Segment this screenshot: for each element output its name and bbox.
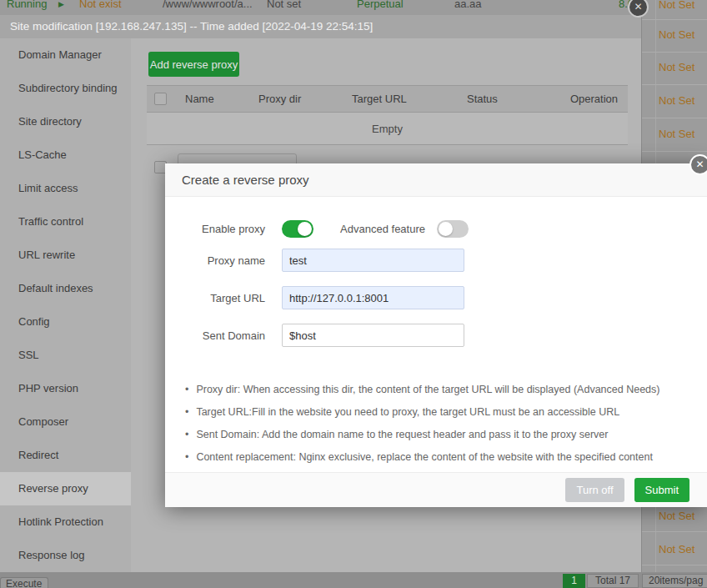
- target-url-input[interactable]: [282, 286, 464, 309]
- create-reverse-proxy-dialog: Create a reverse proxy ✕ Enable proxy Ad…: [165, 163, 707, 507]
- site-path: /www/wwwroot/a...: [163, 0, 253, 10]
- ssl-cell[interactable]: Not Set: [659, 543, 707, 555]
- toggle-knob: [439, 222, 453, 236]
- add-reverse-proxy-button[interactable]: Add reverse proxy: [148, 52, 239, 77]
- ssl-cell[interactable]: Not Set: [659, 28, 707, 41]
- sidebar-item-traffic-control[interactable]: Traffic control: [0, 205, 131, 239]
- sent-domain-label: Sent Domain: [165, 327, 265, 344]
- ssl-cell[interactable]: Not Set: [659, 94, 707, 107]
- enable-proxy-toggle[interactable]: [282, 220, 313, 238]
- backup-status: Not exist: [79, 0, 122, 10]
- dialog-title: Site modification [192.168.247.135] -- T…: [0, 15, 641, 38]
- target-url-label: Target URL: [165, 289, 265, 307]
- screen: Running ▶ Not exist /www/wwwroot/a... No…: [0, 0, 707, 588]
- sidebar-item-url-rewrite[interactable]: URL rewrite: [0, 239, 131, 272]
- submit-button[interactable]: Submit: [634, 478, 689, 502]
- site-status: Running: [7, 0, 47, 10]
- sidebar-item-php-version[interactable]: PHP version: [0, 372, 131, 405]
- sidebar-item-ls-cache[interactable]: LS-Cache: [0, 138, 131, 172]
- sidebar-item-config[interactable]: Config: [0, 305, 131, 339]
- proxy-name-input[interactable]: [282, 249, 464, 272]
- sidebar-item-ssl[interactable]: SSL: [0, 339, 131, 372]
- sidebar-item-composer[interactable]: Composer: [0, 405, 131, 439]
- ssl-cell[interactable]: Not Set: [659, 0, 707, 11]
- proxy-table: Name Proxy dir Target URL Status Operati…: [147, 85, 628, 145]
- sidebar-item-redirect[interactable]: Redirect: [0, 439, 131, 472]
- site-list-row: Running ▶ Not exist /www/wwwroot/a... No…: [0, 0, 707, 15]
- settings-sidebar: Domain Manager Subdirectory binding Site…: [0, 38, 131, 572]
- sidebar-item-subdirectory-binding[interactable]: Subdirectory binding: [0, 72, 131, 105]
- dialog-body: Enable proxy Advanced feature Proxy name…: [165, 197, 707, 472]
- sidebar-item-response-log[interactable]: Response log: [0, 539, 131, 572]
- row-divider: [642, 151, 707, 152]
- site-remark: Not set: [267, 0, 301, 10]
- turn-off-button[interactable]: Turn off: [565, 478, 624, 502]
- advanced-feature-toggle[interactable]: [437, 220, 469, 238]
- empty-row: Empty: [147, 113, 628, 145]
- sidebar-item-domain-manager[interactable]: Domain Manager: [0, 38, 131, 72]
- play-icon: ▶: [58, 0, 64, 8]
- note-target-url: Target URL:Fill in the website you need …: [185, 401, 694, 424]
- dialog-footer: Turn off Submit: [165, 472, 707, 507]
- col-name: Name: [185, 93, 214, 105]
- ssl-cell[interactable]: Not Set: [659, 61, 707, 73]
- dialog-title: Create a reverse proxy: [165, 163, 707, 197]
- help-notes: Proxy dir: When accessing this dir, the …: [185, 379, 694, 469]
- col-proxy-dir: Proxy dir: [258, 93, 301, 105]
- toggle-knob: [298, 222, 312, 236]
- note-proxy-dir: Proxy dir: When accessing this dir, the …: [185, 379, 694, 401]
- col-status: Status: [467, 93, 498, 105]
- enable-proxy-label: Enable proxy: [165, 220, 265, 238]
- advanced-feature-label: Advanced feature: [315, 220, 425, 238]
- sent-domain-input[interactable]: [282, 324, 464, 347]
- select-all-checkbox[interactable]: [154, 93, 167, 105]
- proxy-table-header: Name Proxy dir Target URL Status Operati…: [147, 85, 628, 113]
- sidebar-item-reverse-proxy[interactable]: Reverse proxy: [0, 472, 131, 505]
- close-icon[interactable]: ✕: [689, 154, 707, 175]
- row-divider: [642, 118, 707, 118]
- note-sent-domain: Sent Domain: Add the domain name to the …: [185, 424, 694, 446]
- row-divider: [642, 84, 707, 85]
- col-target-url: Target URL: [352, 93, 407, 105]
- proxy-name-label: Proxy name: [165, 252, 265, 269]
- row-divider: [642, 565, 707, 565]
- row-divider: [642, 531, 707, 532]
- expire-date: Perpetual: [357, 0, 404, 10]
- row-divider: [642, 52, 707, 53]
- row-divider: [642, 19, 707, 20]
- col-operation: Operation: [570, 93, 618, 105]
- execute-button[interactable]: Execute: [0, 577, 48, 588]
- page-size-select[interactable]: 20items/pag: [642, 574, 707, 588]
- sidebar-item-site-directory[interactable]: Site directory: [0, 105, 131, 138]
- list-footer-bar: Execute 1 Total 17 20items/pag: [0, 572, 707, 588]
- dialog-header: Create a reverse proxy: [165, 163, 707, 197]
- ssl-cell[interactable]: Not Set: [659, 510, 707, 522]
- sidebar-item-limit-access[interactable]: Limit access: [0, 172, 131, 205]
- ssl-cell[interactable]: Not Set: [659, 128, 707, 140]
- sidebar-item-default-indexes[interactable]: Default indexes: [0, 272, 131, 305]
- note-content-replacement: Content replacement: Nginx exclusive, re…: [185, 446, 694, 469]
- sidebar-item-hotlink-protection[interactable]: Hotlink Protection: [0, 505, 131, 539]
- pagination-total: Total 17: [587, 574, 639, 588]
- site-domain: aa.aa: [454, 0, 482, 10]
- pagination-page-1[interactable]: 1: [563, 574, 585, 588]
